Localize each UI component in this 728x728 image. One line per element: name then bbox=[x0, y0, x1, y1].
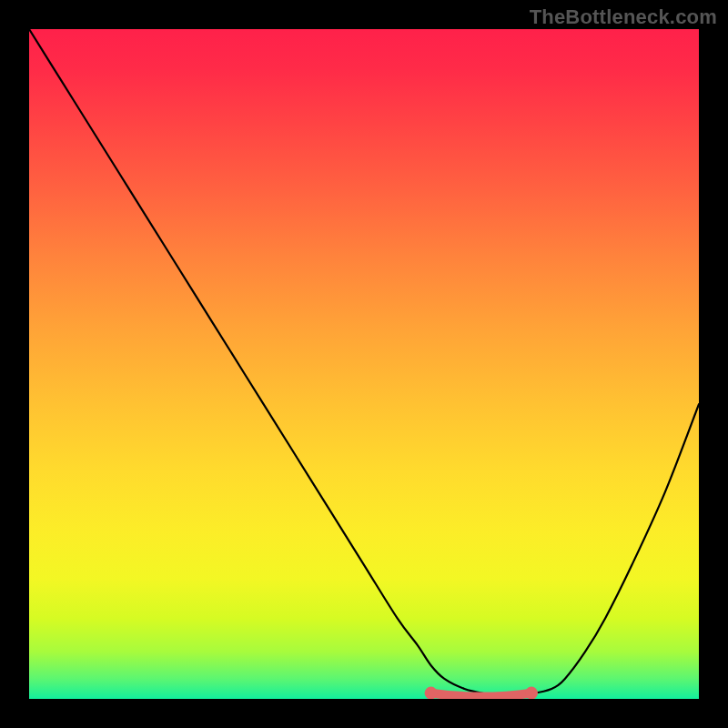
optimal-range-highlight bbox=[431, 693, 531, 697]
optimal-range-dot-left bbox=[425, 687, 438, 699]
curve-layer bbox=[29, 29, 699, 699]
bottleneck-curve bbox=[29, 29, 699, 695]
watermark-text: TheBottleneck.com bbox=[530, 5, 717, 29]
chart-area bbox=[29, 29, 699, 699]
optimal-range-dot-right bbox=[525, 687, 538, 699]
